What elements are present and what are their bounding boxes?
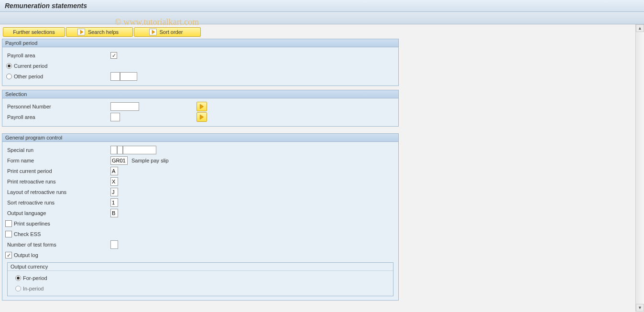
selection-group: Selection Personnel Number Payroll area: [2, 90, 399, 127]
arrow-right-icon: [77, 29, 85, 35]
action-toolbar: Further selections Search helps Sort ord…: [2, 27, 633, 37]
personnel-number-input[interactable]: [110, 102, 139, 111]
print-retro-input[interactable]: [110, 177, 118, 186]
further-selections-button[interactable]: Further selections: [3, 27, 65, 37]
special-run-label: Special run: [5, 147, 110, 153]
for-period-radio[interactable]: [15, 275, 21, 281]
selection-payroll-area-label: Payroll area: [5, 114, 110, 120]
vertical-scrollbar[interactable]: ▲ ▼: [635, 24, 644, 312]
page-title: Remuneration statements: [0, 0, 644, 12]
general-control-group: General program control Special run Form…: [2, 133, 399, 301]
current-period-label: Current period: [14, 63, 47, 69]
payroll-period-title: Payroll period: [2, 39, 398, 47]
general-control-title: General program control: [2, 134, 398, 142]
output-currency-title: Output currency: [8, 263, 393, 271]
output-log-checkbox[interactable]: ✓: [5, 252, 12, 258]
search-helps-button[interactable]: Search helps: [66, 27, 133, 37]
sort-retro-label: Sort retroactive runs: [5, 200, 110, 205]
personnel-number-multiple-button[interactable]: [196, 102, 207, 111]
form-name-description: Sample pay slip: [131, 158, 169, 163]
form-name-label: Form name: [5, 158, 110, 163]
search-helps-label: Search helps: [88, 29, 119, 35]
print-current-input[interactable]: [110, 167, 118, 175]
special-run-input-1[interactable]: [110, 146, 117, 154]
layout-retro-input[interactable]: [110, 188, 118, 196]
sub-toolbar: [0, 12, 644, 24]
arrow-right-icon: [149, 29, 157, 35]
special-run-input-2[interactable]: [117, 146, 123, 154]
output-lang-label: Output language: [5, 210, 110, 216]
scroll-up-icon[interactable]: ▲: [636, 24, 644, 32]
special-run-input-3[interactable]: [123, 146, 156, 154]
current-period-radio[interactable]: [6, 63, 12, 69]
sort-order-label: Sort order: [160, 29, 183, 35]
form-name-input[interactable]: [110, 156, 128, 165]
sort-retro-input[interactable]: [110, 198, 118, 207]
payroll-area-label: Payroll area: [5, 53, 110, 58]
further-selections-label: Further selections: [13, 29, 55, 35]
personnel-number-label: Personnel Number: [5, 104, 110, 109]
print-retro-label: Print retroactive runs: [5, 179, 110, 184]
other-period-input-1[interactable]: [110, 72, 120, 81]
selection-payroll-area-input[interactable]: [110, 113, 120, 121]
scroll-down-icon[interactable]: ▼: [636, 304, 644, 312]
payroll-period-group: Payroll period Payroll area ✓ Current pe…: [2, 39, 399, 86]
other-period-label: Other period: [14, 74, 110, 79]
payroll-area-checkbox[interactable]: ✓: [110, 52, 117, 59]
print-current-label: Print current period: [5, 168, 110, 174]
output-currency-group: Output currency For-period In-period: [7, 262, 393, 296]
in-period-radio[interactable]: [15, 286, 21, 291]
other-period-input-2[interactable]: [120, 72, 137, 81]
check-ess-checkbox[interactable]: [5, 231, 12, 237]
other-period-radio[interactable]: [6, 74, 12, 79]
print-superlines-checkbox[interactable]: [5, 220, 12, 227]
layout-retro-label: Layout of retroactive runs: [5, 189, 110, 195]
selection-title: Selection: [2, 90, 398, 98]
output-lang-input[interactable]: [110, 209, 118, 217]
print-superlines-label: Print superlines: [14, 221, 50, 226]
num-test-label: Number of test forms: [5, 242, 110, 247]
for-period-label: For-period: [23, 275, 47, 281]
num-test-input[interactable]: [110, 240, 118, 249]
sort-order-button[interactable]: Sort order: [134, 27, 201, 37]
in-period-label: In-period: [23, 286, 44, 291]
selection-payroll-area-multiple-button[interactable]: [196, 112, 207, 122]
output-log-label: Output log: [14, 252, 38, 258]
check-ess-label: Check ESS: [14, 231, 41, 237]
main-content: Further selections Search helps Sort ord…: [0, 24, 635, 312]
